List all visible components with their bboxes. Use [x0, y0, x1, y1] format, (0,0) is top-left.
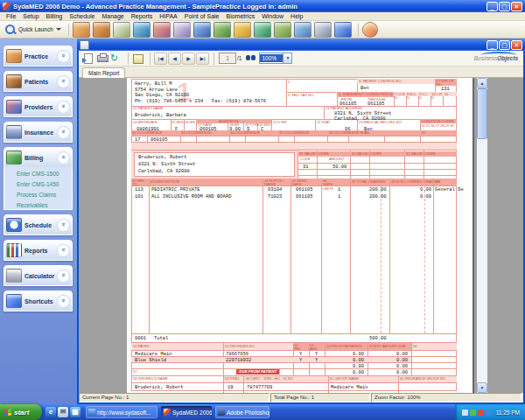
svc2-charges: 200.00 — [369, 194, 387, 199]
menu-hipaa[interactable]: HIPAA — [156, 13, 181, 19]
sidebar-item-practice[interactable]: Practice » — [4, 46, 73, 66]
sidebar-item-calculator[interactable]: Calculator » — [4, 265, 73, 286]
child-restore-button[interactable]: ▢ — [499, 40, 510, 50]
previous-page-button[interactable]: ◀ — [168, 52, 181, 65]
expand-chevron-icon[interactable]: » — [57, 295, 70, 308]
menu-billing[interactable]: Billing — [43, 13, 66, 19]
menu-schedule[interactable]: Schedule — [66, 13, 98, 19]
internet-explorer-icon[interactable]: e — [46, 407, 56, 417]
page-number-input[interactable]: 1 — [219, 52, 236, 64]
menu-point-of-sale[interactable]: Point of Sale — [181, 13, 223, 19]
svc1-charges: 200.00 — [369, 187, 387, 192]
outlook-icon[interactable]: ✉ — [58, 407, 68, 417]
alert-icon[interactable] — [478, 410, 484, 416]
minimize-button[interactable]: _ — [486, 2, 498, 11]
taskbar-task-browser[interactable]: http://www.sydasoft... — [86, 406, 158, 418]
sidebar-item-schedule[interactable]: Schedule » — [4, 214, 73, 235]
last-page-button[interactable]: ▶| — [196, 52, 209, 65]
menu-reports[interactable]: Reports — [128, 13, 157, 19]
expand-chevron-icon[interactable]: » — [57, 219, 70, 232]
sidebar-item-label: Billing — [24, 155, 43, 161]
chevron-down-icon[interactable] — [56, 28, 61, 31]
sidebar-item-billing[interactable]: Billing » — [4, 147, 73, 168]
group-tree-toggle-icon[interactable] — [132, 52, 144, 64]
help-icon[interactable] — [362, 22, 378, 38]
sidebar-item-shortcuts[interactable]: Shortcuts » — [4, 290, 73, 312]
taskbar-task-sydamed[interactable]: SydaMED 2006 Demo... — [161, 406, 212, 418]
scheduler-icon[interactable] — [294, 22, 312, 38]
billing-submenu: Enter CMS-1500 Enter CMS-1450 Process Cl… — [4, 167, 73, 210]
zoom-combobox[interactable]: 100% ▼ — [259, 52, 292, 64]
provider-fax: Fax: (619) 878-5676 — [212, 99, 266, 103]
expand-chevron-icon[interactable]: » — [57, 244, 70, 257]
claims-icon[interactable] — [193, 22, 211, 38]
menu-setup[interactable]: Setup — [19, 13, 42, 19]
link-enter-cms-1450[interactable]: Enter CMS-1450 — [17, 181, 72, 187]
search-icon[interactable] — [5, 24, 15, 34]
link-process-claims[interactable]: Process Claims — [17, 192, 72, 198]
expand-chevron-icon[interactable]: » — [57, 126, 70, 139]
remittance-icon[interactable] — [214, 22, 231, 38]
close-button[interactable]: ✕ — [511, 2, 522, 11]
sidebar-item-reports[interactable]: Reports » — [4, 240, 73, 261]
type-of-bill: 131 — [441, 87, 450, 91]
menu-window[interactable]: Window — [258, 13, 287, 19]
sidebar-item-insurance[interactable]: Insurance » — [4, 122, 73, 143]
sidebar-item-patients[interactable]: Patients » — [4, 71, 73, 92]
refresh-icon[interactable]: ↻ — [110, 52, 122, 64]
condition-codes-label: CONDITION CODES — [421, 120, 454, 123]
expand-chevron-icon[interactable]: » — [57, 75, 70, 88]
payer-row2-tint — [131, 357, 411, 362]
expand-chevron-icon[interactable]: » — [57, 101, 70, 114]
expand-chevron-icon[interactable]: » — [57, 50, 70, 63]
volume-icon[interactable] — [462, 410, 468, 416]
expand-chevron-icon[interactable]: » — [57, 270, 70, 283]
referrals-icon[interactable] — [173, 22, 191, 38]
cpt-codes-icon[interactable] — [73, 22, 90, 38]
messaging-icon[interactable] — [334, 22, 352, 38]
antivirus-icon[interactable] — [470, 410, 476, 416]
practice-icon — [6, 49, 22, 63]
menu-biometrics[interactable]: Biometrics — [222, 13, 258, 19]
sidebar-item-providers[interactable]: Providers » — [4, 96, 73, 117]
toolbar-separator — [150, 52, 150, 65]
child-close-button[interactable]: ✕ — [511, 40, 522, 50]
link-enter-cms-1500[interactable]: Enter CMS-1500 — [17, 171, 72, 177]
child-minimize-button[interactable]: _ — [486, 40, 498, 50]
link-receivables[interactable]: Receivables — [17, 202, 72, 208]
show-desktop-icon[interactable]: ▦ — [70, 407, 80, 417]
find-icon[interactable] — [245, 52, 257, 64]
next-page-button[interactable]: ▶ — [182, 52, 195, 65]
scroll-down-icon[interactable]: ▼ — [477, 382, 487, 393]
svc2-desc: ALL INCLUSIVE ROOM AND BOARD — [151, 194, 231, 199]
export-icon[interactable] — [82, 52, 94, 64]
menu-file[interactable]: File — [3, 13, 19, 19]
documents-icon[interactable] — [314, 22, 332, 38]
first-page-button[interactable]: |◀ — [154, 52, 167, 65]
title-bar: SydaMED 2006 Demo - Advanced Practice Ma… — [0, 0, 525, 12]
start-button[interactable]: start — [0, 404, 42, 420]
field-7-label: 7 COV D. — [395, 93, 406, 100]
provider-city: San Diego, CA 92160 — [135, 93, 189, 97]
patients-icon[interactable] — [153, 22, 171, 38]
menu-manage[interactable]: Manage — [98, 13, 127, 19]
taskbar-task-photoshop[interactable]: Adobe Photoshop — [215, 406, 270, 418]
eligibility-icon[interactable] — [133, 22, 150, 38]
network-icon[interactable] — [486, 410, 492, 416]
icd-codes-icon[interactable] — [93, 22, 110, 38]
billing-icon — [6, 150, 22, 164]
scrollbar-thumb[interactable] — [477, 88, 487, 139]
payments-icon[interactable] — [234, 22, 251, 38]
collections-icon[interactable] — [254, 22, 271, 38]
payer2-rel: Y — [299, 358, 302, 362]
collapse-chevron-icon[interactable]: » — [57, 151, 70, 164]
maximize-button[interactable]: ▢ — [499, 2, 510, 11]
superbill-icon[interactable] — [113, 22, 130, 38]
menu-help[interactable]: Help — [287, 13, 306, 19]
print-icon[interactable] — [96, 52, 108, 64]
zoom-dropdown-icon[interactable]: ▼ — [283, 53, 291, 63]
scroll-up-icon[interactable]: ▲ — [477, 78, 487, 88]
quick-launch-label[interactable]: Quick Launch — [18, 26, 53, 32]
reports-toolbar-icon[interactable] — [274, 22, 291, 38]
vertical-scrollbar[interactable]: ▲ ▼ — [477, 78, 487, 393]
